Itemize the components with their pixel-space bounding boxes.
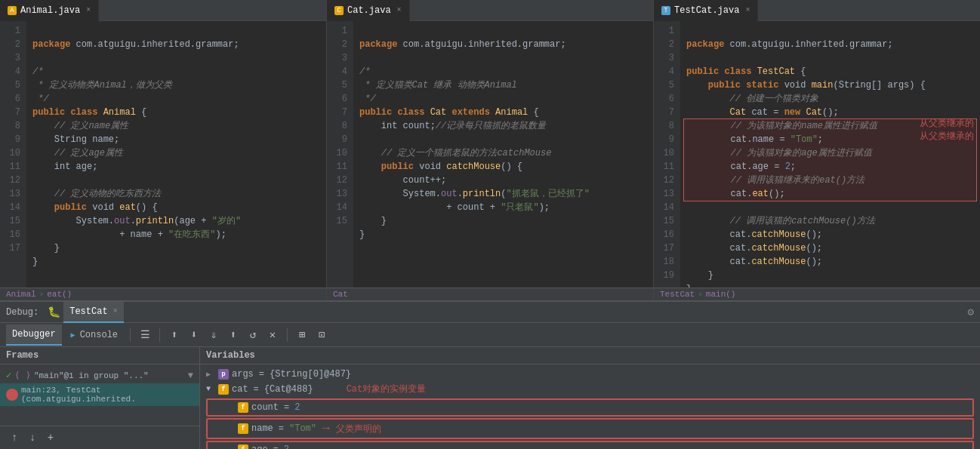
run-cursor-btn[interactable]: ↺ xyxy=(245,327,261,343)
args-value: {String[0]@487} xyxy=(270,369,351,380)
cat-tab-icon: C xyxy=(334,6,344,15)
toolbar-sep3 xyxy=(287,328,288,342)
console-icon: ▶ xyxy=(71,331,76,340)
frame-check-icon: ✓ xyxy=(6,370,11,381)
count-type-icon: f xyxy=(238,402,248,413)
cat-value: {Cat@488} xyxy=(264,384,313,395)
frame-up-btn[interactable]: ↑ xyxy=(6,429,23,446)
count-value: 2 xyxy=(294,402,300,413)
testcat-tab-close[interactable]: × xyxy=(745,6,750,14)
debugger-tab[interactable]: Debugger xyxy=(6,324,62,346)
var-args[interactable]: ▶ p args = {String[0]@487} xyxy=(200,368,980,381)
var-cat[interactable]: ▼ f cat = {Cat@488} Cat对象的实例变量 xyxy=(200,381,980,397)
frame-controls: ↑ ↓ + xyxy=(0,426,199,449)
var-name-field[interactable]: f name = "Tom" → 父类声明的 xyxy=(211,420,969,437)
rerun-btn[interactable]: ☰ xyxy=(137,327,153,343)
cat-tab-bar: C Cat.java × xyxy=(327,0,653,21)
name-highlight-box: f name = "Tom" → 父类声明的 xyxy=(206,418,974,439)
frames-header: Frames xyxy=(0,347,199,364)
step-into-btn[interactable]: ⬇ xyxy=(186,327,202,343)
args-type-icon: p xyxy=(218,369,229,380)
var-count[interactable]: f count = 2 xyxy=(211,401,969,414)
cat-breadcrumb: Cat xyxy=(327,288,653,300)
testcat-tab-bar: T TestCat.java × xyxy=(654,0,980,21)
testcat-tab-icon: T xyxy=(661,6,670,15)
step-out-btn[interactable]: ⬆ xyxy=(225,327,242,343)
testcat-code-content[interactable]: package com.atguigu.inherited.grammar; p… xyxy=(680,21,980,288)
animal-tab[interactable]: A Animal.java × xyxy=(0,0,99,21)
animal-code-content[interactable]: package com.atguigu.inherited.grammar; /… xyxy=(26,21,326,288)
animal-code-area: 12345 678910 1112131415 1617 package com… xyxy=(0,21,326,288)
debug-testcat-tab[interactable]: TestCat × xyxy=(63,302,123,323)
debugger-label: Debugger xyxy=(12,329,56,340)
frame-2-text: main:23, TestCat (com.atguigu.inherited. xyxy=(21,386,193,404)
cat-annotation: Cat对象的实例变量 xyxy=(347,383,427,395)
variables-panel: Variables ▶ p args = {String[0]@487} ▼ f… xyxy=(200,347,980,449)
name-eq: = xyxy=(279,423,284,434)
animal-tab-bar: A Animal.java × xyxy=(0,0,326,21)
frame-stop-icon xyxy=(6,389,18,401)
debug-tab-bar: Debug: 🐛 TestCat × ⚙ xyxy=(0,302,980,323)
cat-expand: ▼ xyxy=(206,385,215,393)
debug-testcat-close[interactable]: × xyxy=(113,307,118,315)
toolbar-sep2 xyxy=(159,328,160,342)
cat-code-content[interactable]: package com.atguigu.inherited.grammar; /… xyxy=(353,21,653,288)
animal-breadcrumb: Animal › eat() xyxy=(0,288,326,300)
gear-icon[interactable]: ⚙ xyxy=(968,306,974,318)
count-name: count xyxy=(251,402,279,413)
variables-list: ▶ p args = {String[0]@487} ▼ f cat = {Ca… xyxy=(200,364,980,449)
cat-tab[interactable]: C Cat.java × xyxy=(327,0,410,21)
age-type-icon: f xyxy=(238,444,248,449)
count-eq: = xyxy=(284,402,289,413)
debug-content: Frames ✓ ⟨ ⟩ "main"@1 in group "..." ▼ m… xyxy=(0,347,980,449)
bug-icon: 🐛 xyxy=(48,306,60,318)
inherited-annotation: 从父类继承的 xyxy=(920,117,974,130)
testcat-code-area: 12345 678910 1112131415 16171819 package… xyxy=(654,21,980,288)
cat-line-numbers: 12345 678910 1112131415 xyxy=(327,21,353,288)
variables-header: Variables xyxy=(200,347,980,364)
testcat-tab[interactable]: T TestCat.java × xyxy=(654,0,758,21)
force-step-btn[interactable]: ⇓ xyxy=(205,327,222,343)
debug-testcat-label: TestCat xyxy=(69,306,107,317)
testcat-tab-label: TestCat.java xyxy=(674,5,739,16)
toolbar-sep1 xyxy=(130,328,131,342)
editor-area: A Animal.java × 12345 678910 1112131415 … xyxy=(0,0,980,302)
layout-btn[interactable]: ⊡ xyxy=(313,327,330,343)
age-name: age xyxy=(251,444,268,449)
parent-annotation: 父类声明的 xyxy=(336,423,381,435)
parent-arrow: → xyxy=(322,422,330,435)
cat-tab-close[interactable]: × xyxy=(397,6,402,14)
testcat-line-numbers: 12345 678910 1112131415 16171819 xyxy=(654,21,680,288)
debug-toolbar: Debugger ▶ Console ☰ ⬆ ⬇ ⇓ ⬆ ↺ ✕ ⊞ ⊡ xyxy=(0,323,980,347)
frames-btn[interactable]: ⊞ xyxy=(294,327,310,343)
frame-add-btn[interactable]: + xyxy=(42,429,59,446)
cat-code-area: 12345 678910 1112131415 package com.atgu… xyxy=(327,21,653,288)
frame-item-1[interactable]: ✓ ⟨ ⟩ "main"@1 in group "..." ▼ xyxy=(0,368,199,383)
testcat-breadcrumb: TestCat › main() xyxy=(654,288,980,300)
age-highlight-box: f age = 2 xyxy=(206,441,974,449)
age-eq: = xyxy=(273,444,279,449)
age-value: 2 xyxy=(284,444,289,449)
name-field-label: name xyxy=(251,423,273,434)
cat-eq: = xyxy=(254,384,259,395)
cat-pane: C Cat.java × 12345 678910 1112131415 pac… xyxy=(327,0,654,300)
animal-tab-icon: A xyxy=(8,6,17,15)
evaluate-btn[interactable]: ✕ xyxy=(264,327,281,343)
frame-thread-icon: ⟨ ⟩ xyxy=(14,370,31,381)
name-value: "Tom" xyxy=(289,423,316,434)
name-type-icon: f xyxy=(238,423,248,434)
console-label: Console xyxy=(80,330,118,340)
animal-line-numbers: 12345 678910 1112131415 1617 xyxy=(0,21,26,288)
animal-tab-close[interactable]: × xyxy=(86,6,91,14)
frames-list: ✓ ⟨ ⟩ "main"@1 in group "..." ▼ main:23,… xyxy=(0,364,199,426)
frame-item-2[interactable]: main:23, TestCat (com.atguigu.inherited. xyxy=(0,383,199,406)
frame-down-btn[interactable]: ↓ xyxy=(24,429,41,446)
cat-type-icon: f xyxy=(218,384,229,395)
console-tab[interactable]: ▶ Console xyxy=(65,324,124,346)
cat-name: cat xyxy=(232,384,248,395)
frame-dropdown-icon[interactable]: ▼ xyxy=(188,371,193,381)
animal-tab-label: Animal.java xyxy=(20,5,80,16)
var-age[interactable]: f age = 2 xyxy=(211,443,969,449)
step-over-up-btn[interactable]: ⬆ xyxy=(166,327,183,343)
count-highlight-box: f count = 2 xyxy=(206,398,974,417)
